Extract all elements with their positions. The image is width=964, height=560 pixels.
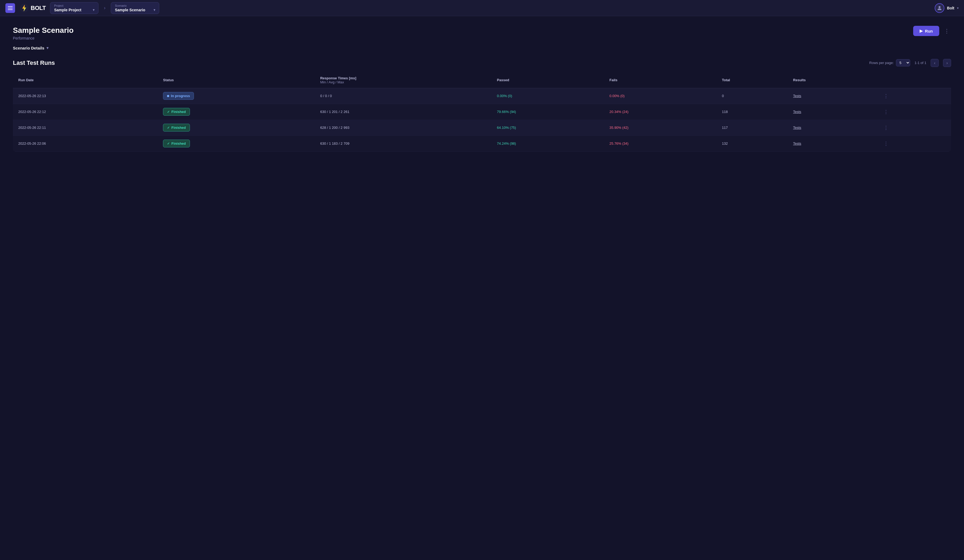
cell-more: ⋮ xyxy=(876,88,951,104)
col-passed: Passed xyxy=(492,72,604,88)
logo: BOLT xyxy=(20,3,46,13)
header: BOLT Project Sample Project ▾ › Scenario… xyxy=(0,0,964,16)
cell-fails: 0.00% (0) xyxy=(604,88,716,104)
col-fails: Fails xyxy=(604,72,716,88)
cell-fails: 20.34% (24) xyxy=(604,104,716,120)
results-link[interactable]: Tests xyxy=(793,94,801,98)
cell-status: ✓Finished xyxy=(158,120,315,135)
rows-per-page-select[interactable]: 5 10 25 xyxy=(896,59,910,67)
row-more-button[interactable]: ⋮ xyxy=(881,92,891,100)
status-badge: ✓Finished xyxy=(163,108,190,116)
cell-fails: 25.76% (34) xyxy=(604,135,716,151)
cell-passed: 0.00% (0) xyxy=(492,88,604,104)
cell-passed: 79.66% (94) xyxy=(492,104,604,120)
logo-text: BOLT xyxy=(31,5,46,11)
scenario-chevron-icon: ▾ xyxy=(153,8,155,12)
page-info: 1-1 of 1 xyxy=(915,61,927,65)
menu-button[interactable] xyxy=(5,3,15,13)
scenario-details-label: Scenario Details xyxy=(13,46,44,50)
status-badge: In progress xyxy=(163,92,194,100)
cell-passed: 74.24% (98) xyxy=(492,135,604,151)
results-link[interactable]: Tests xyxy=(793,142,801,145)
prev-page-button[interactable]: ‹ xyxy=(931,59,939,67)
cell-results: Tests xyxy=(788,88,876,104)
scenario-selector[interactable]: Scenario Sample Scenario ▾ xyxy=(111,2,159,14)
cell-passed: 64.10% (75) xyxy=(492,120,604,135)
col-total: Total xyxy=(716,72,788,88)
cell-status: ✓Finished xyxy=(158,104,315,120)
user-area[interactable]: Bolt ▾ xyxy=(935,3,959,13)
cell-total: 117 xyxy=(716,120,788,135)
cell-total: 118 xyxy=(716,104,788,120)
row-more-button[interactable]: ⋮ xyxy=(881,108,891,116)
status-badge: ✓Finished xyxy=(163,140,190,147)
test-runs-table: Run Date Status Response Times [ms]Min /… xyxy=(13,72,951,152)
cell-results: Tests xyxy=(788,120,876,135)
cell-total: 132 xyxy=(716,135,788,151)
rows-per-page-label: Rows per page: xyxy=(869,61,894,65)
table-header-row: Run Date Status Response Times [ms]Min /… xyxy=(13,72,951,88)
check-icon: ✓ xyxy=(167,142,170,145)
play-icon: ▶ xyxy=(920,29,923,33)
cell-results: Tests xyxy=(788,135,876,151)
cell-run-date: 2022-05-26 22:13 xyxy=(13,88,158,104)
scenario-value: Sample Scenario xyxy=(115,8,145,12)
cell-response-times: 630 / 1 201 / 2 261 xyxy=(315,104,492,120)
page-header: Sample Scenario Performance ▶ Run ⋮ xyxy=(13,26,951,40)
breadcrumb-separator: › xyxy=(104,5,106,11)
project-label: Project xyxy=(54,4,94,7)
section-header: Last Test Runs Rows per page: 5 10 25 1-… xyxy=(13,59,951,67)
next-page-button[interactable]: › xyxy=(943,59,951,67)
page-title-area: Sample Scenario Performance xyxy=(13,26,74,40)
project-chevron-icon: ▾ xyxy=(93,8,94,12)
pagination-controls: Rows per page: 5 10 25 1-1 of 1 ‹ › xyxy=(869,59,951,67)
cell-status: In progress xyxy=(158,88,315,104)
check-icon: ✓ xyxy=(167,126,170,130)
cell-results: Tests xyxy=(788,104,876,120)
col-run-date: Run Date xyxy=(13,72,158,88)
table-row: 2022-05-26 22:06✓Finished630 / 1 183 / 2… xyxy=(13,135,951,151)
cell-more: ⋮ xyxy=(876,104,951,120)
check-icon: ✓ xyxy=(167,110,170,114)
cell-run-date: 2022-05-26 22:06 xyxy=(13,135,158,151)
user-chevron-icon: ▾ xyxy=(957,6,959,10)
results-link[interactable]: Tests xyxy=(793,110,801,114)
project-value: Sample Project xyxy=(54,8,81,12)
col-status: Status xyxy=(158,72,315,88)
cell-response-times: 630 / 1 183 / 2 709 xyxy=(315,135,492,151)
page-more-button[interactable]: ⋮ xyxy=(943,26,951,36)
header-actions: ▶ Run ⋮ xyxy=(913,26,951,36)
cell-response-times: 0 / 0 / 0 xyxy=(315,88,492,104)
run-button[interactable]: ▶ Run xyxy=(913,26,939,36)
main-content: Sample Scenario Performance ▶ Run ⋮ Scen… xyxy=(0,16,964,161)
cell-run-date: 2022-05-26 22:12 xyxy=(13,104,158,120)
scenario-details-chevron-icon: ▾ xyxy=(47,46,49,50)
status-dot-icon xyxy=(167,95,169,97)
cell-response-times: 628 / 1 200 / 2 993 xyxy=(315,120,492,135)
scenario-label: Scenario xyxy=(115,4,155,7)
table-row: 2022-05-26 22:11✓Finished628 / 1 200 / 2… xyxy=(13,120,951,135)
table-row: 2022-05-26 22:13In progress0 / 0 / 00.00… xyxy=(13,88,951,104)
cell-more: ⋮ xyxy=(876,135,951,151)
cell-more: ⋮ xyxy=(876,120,951,135)
cell-run-date: 2022-05-26 22:11 xyxy=(13,120,158,135)
user-name: Bolt xyxy=(947,6,954,10)
row-more-button[interactable]: ⋮ xyxy=(881,124,891,132)
svg-point-1 xyxy=(938,6,940,8)
table-container: Run Date Status Response Times [ms]Min /… xyxy=(13,72,951,152)
rows-per-page-area: Rows per page: 5 10 25 xyxy=(869,59,910,67)
page-subtitle: Performance xyxy=(13,36,74,40)
col-actions xyxy=(876,72,951,88)
avatar xyxy=(935,3,944,13)
page-title: Sample Scenario xyxy=(13,26,74,35)
results-link[interactable]: Tests xyxy=(793,125,801,130)
cell-status: ✓Finished xyxy=(158,135,315,151)
scenario-details-toggle[interactable]: Scenario Details ▾ xyxy=(13,46,951,50)
project-selector[interactable]: Project Sample Project ▾ xyxy=(50,2,98,14)
section-title: Last Test Runs xyxy=(13,59,55,67)
cell-total: 0 xyxy=(716,88,788,104)
col-response-times: Response Times [ms]Min / Avg / Max xyxy=(315,72,492,88)
col-results: Results xyxy=(788,72,876,88)
row-more-button[interactable]: ⋮ xyxy=(881,140,891,148)
cell-fails: 35.90% (42) xyxy=(604,120,716,135)
